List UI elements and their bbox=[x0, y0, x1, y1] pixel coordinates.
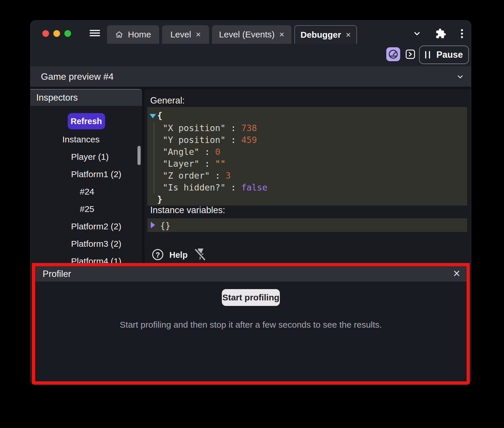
tab-bar: Home Level × Level (Events) × Debugger × bbox=[107, 25, 357, 44]
close-tab-icon[interactable]: × bbox=[196, 30, 201, 39]
collapse-expander-icon[interactable] bbox=[150, 114, 156, 118]
menu-hamburger-icon[interactable] bbox=[90, 30, 100, 36]
terminal-prompt-icon bbox=[408, 52, 413, 57]
pause-label: Pause bbox=[436, 50, 463, 60]
minimize-button[interactable] bbox=[53, 30, 60, 37]
json-entry-angle: "Angle" : 0 bbox=[163, 147, 220, 157]
general-heading: General: bbox=[150, 95, 185, 106]
instance-variables-viewer: {} bbox=[147, 218, 467, 232]
start-profiling-button[interactable]: Start profiling bbox=[222, 289, 280, 306]
profiler-title: Profiler bbox=[35, 266, 467, 282]
json-entry-x-position: "X position" : 738 bbox=[163, 123, 257, 133]
question-circle-icon[interactable]: ? bbox=[152, 249, 163, 260]
tab-label: Debugger bbox=[300, 30, 341, 40]
tab-label: Level bbox=[170, 30, 191, 39]
profiler-header: Profiler × bbox=[35, 266, 467, 282]
profiler-body: Start profiling Start profiling and then… bbox=[35, 282, 467, 330]
sidebar-item-instances[interactable]: Instances bbox=[62, 135, 99, 144]
zoom-button[interactable] bbox=[64, 30, 71, 37]
home-icon bbox=[115, 30, 123, 39]
chevron-down-icon[interactable] bbox=[413, 29, 421, 39]
screenshot-stage: Home Level × Level (Events) × Debugger × bbox=[0, 0, 504, 428]
pause-button[interactable]: Pause bbox=[419, 46, 469, 64]
close-tab-icon[interactable]: × bbox=[346, 30, 351, 39]
expand-expander-icon[interactable] bbox=[151, 222, 155, 228]
app-window: Home Level × Level (Events) × Debugger × bbox=[30, 20, 471, 385]
gauge-icon bbox=[388, 49, 398, 59]
sidebar-item-platform2[interactable]: Platform2 (2) bbox=[71, 222, 121, 231]
sidebar-item-instance-24[interactable]: #24 bbox=[80, 187, 94, 196]
puzzle-extension-icon[interactable] bbox=[435, 28, 446, 40]
tab-level[interactable]: Level × bbox=[162, 25, 209, 44]
tab-label: Home bbox=[128, 30, 151, 39]
json-close-brace: } bbox=[157, 194, 162, 204]
chevron-down-icon[interactable] bbox=[456, 73, 464, 82]
sidebar-item-instance-25[interactable]: #25 bbox=[80, 205, 94, 213]
general-json-viewer: { "X position" : 738 "Y position" : 459 … bbox=[147, 107, 467, 206]
json-open-brace: { bbox=[157, 110, 162, 121]
json-entry-z-order: "Z order" : 3 bbox=[163, 171, 231, 181]
json-entry-is-hidden: "Is hidden?" : false bbox=[163, 182, 267, 193]
profiler-panel: Profiler × Start profiling Start profili… bbox=[32, 263, 470, 385]
tree-guide-line bbox=[154, 123, 154, 194]
profiler-toggle-button[interactable] bbox=[386, 47, 400, 61]
tab-label: Level (Events) bbox=[219, 30, 275, 39]
sidebar-item-platform3[interactable]: Platform3 (2) bbox=[71, 240, 121, 248]
help-button[interactable]: Help bbox=[169, 250, 188, 260]
sidebar-item-platform1[interactable]: Platform1 (2) bbox=[71, 170, 121, 179]
tab-level-events[interactable]: Level (Events) × bbox=[212, 25, 291, 44]
sidebar-item-player[interactable]: Player (1) bbox=[71, 153, 109, 161]
close-button[interactable] bbox=[42, 30, 49, 37]
json-entry-y-position: "Y position" : 459 bbox=[163, 135, 257, 145]
flash-off-icon[interactable] bbox=[194, 248, 206, 263]
game-preview-title: Game preview #4 bbox=[41, 66, 114, 87]
game-preview-selector[interactable]: Game preview #4 bbox=[30, 66, 471, 87]
tab-debugger[interactable]: Debugger × bbox=[294, 25, 357, 44]
profiler-hint-text: Start profiling and then stop it after a… bbox=[35, 320, 467, 330]
instance-variables-heading: Instance variables: bbox=[150, 205, 225, 215]
refresh-button[interactable]: Refresh bbox=[68, 113, 105, 129]
instance-variables-empty: {} bbox=[160, 221, 171, 231]
tab-home[interactable]: Home bbox=[107, 25, 159, 44]
pause-icon bbox=[425, 51, 430, 59]
close-tab-icon[interactable]: × bbox=[279, 30, 284, 39]
json-entry-layer: "Layer" : "" bbox=[163, 159, 226, 169]
console-button[interactable] bbox=[406, 50, 415, 59]
close-profiler-icon[interactable]: × bbox=[453, 266, 460, 281]
inspectors-header: Inspectors bbox=[30, 90, 142, 106]
sidebar-scrollbar[interactable] bbox=[137, 146, 141, 165]
inspectors-title: Inspectors bbox=[30, 90, 142, 106]
more-vert-icon[interactable] bbox=[459, 29, 465, 40]
